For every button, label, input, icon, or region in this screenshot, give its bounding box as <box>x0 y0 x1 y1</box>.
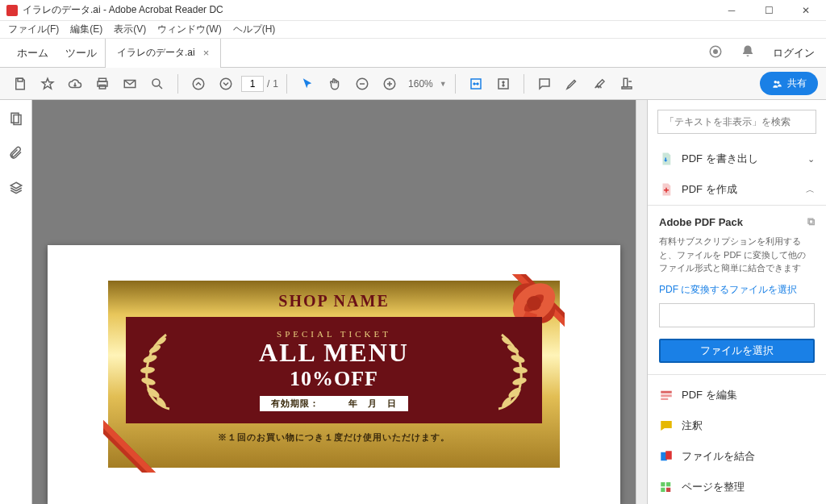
svg-rect-37 <box>661 394 672 397</box>
document-viewport[interactable]: SHOP NAME SPECIAL TICKET ALL MENU 10%OFF… <box>32 100 636 504</box>
save-icon[interactable] <box>8 72 32 96</box>
ticket-discount-label: 10%OFF <box>290 367 378 391</box>
panel-comment[interactable]: 注釈 <box>648 410 826 441</box>
chevron-down-icon: ⌄ <box>807 154 815 165</box>
page-up-icon[interactable] <box>186 72 211 96</box>
panel-export-label: PDF を書き出し <box>682 152 758 166</box>
page-separator: / <box>267 78 269 90</box>
attachment-icon[interactable] <box>9 146 23 163</box>
separator <box>286 74 287 94</box>
app-icon <box>6 5 18 16</box>
link-icon[interactable]: ⧉ <box>807 215 815 228</box>
ticket-shop-name: SHOP NAME <box>108 281 560 317</box>
sign-icon[interactable] <box>587 72 611 96</box>
panel-export-pdf[interactable]: PDF を書き出し ⌄ <box>648 144 826 174</box>
zoom-out-icon[interactable] <box>350 72 374 96</box>
edit-pdf-icon <box>659 388 674 402</box>
fit-page-icon[interactable] <box>491 72 515 96</box>
comment-icon[interactable] <box>532 72 557 96</box>
file-drop-box[interactable] <box>659 303 815 327</box>
menu-file[interactable]: ファイル(F) <box>3 21 64 38</box>
separator <box>177 74 178 94</box>
panel-edit-pdf[interactable]: PDF を編集 <box>648 380 826 410</box>
ticket-allmenu-label: ALL MENU <box>259 339 409 367</box>
mail-icon[interactable] <box>118 72 142 96</box>
separator <box>524 74 524 94</box>
status-indicator-icon[interactable] <box>708 44 723 61</box>
svg-rect-42 <box>666 482 670 486</box>
page-number-input[interactable]: / 1 <box>241 76 278 92</box>
menu-view[interactable]: 表示(V) <box>109 21 151 38</box>
menu-window[interactable]: ウィンドウ(W) <box>152 21 226 38</box>
tab-home[interactable]: ホーム <box>8 39 56 68</box>
svg-point-8 <box>193 78 204 90</box>
star-icon[interactable] <box>35 72 60 96</box>
zoom-select[interactable]: 160% ▼ <box>405 77 447 91</box>
svg-point-16 <box>774 80 778 83</box>
layers-icon[interactable] <box>9 181 23 198</box>
selection-icon[interactable] <box>295 72 319 96</box>
ticket-note: ※１回のお買い物につき１度だけ使用いただけます。 <box>108 423 560 452</box>
window-titlebar: イラレのデータ.ai - Adobe Acrobat Reader DC ─ ☐… <box>0 0 826 21</box>
svg-rect-36 <box>661 390 672 393</box>
pdf-page: SHOP NAME SPECIAL TICKET ALL MENU 10%OFF… <box>48 245 620 504</box>
svg-rect-44 <box>666 487 670 491</box>
panel-combine[interactable]: ファイルを結合 <box>648 441 826 472</box>
combine-icon <box>659 449 674 464</box>
left-rail <box>0 100 32 504</box>
tab-document[interactable]: イラレのデータ.ai × <box>105 39 221 68</box>
svg-rect-41 <box>661 482 665 486</box>
tab-close-icon[interactable]: × <box>203 47 210 59</box>
minimize-button[interactable]: ─ <box>713 0 750 21</box>
panel-edit-label: PDF を編集 <box>682 388 737 402</box>
print-icon[interactable] <box>90 72 115 96</box>
tools-search-input[interactable] <box>657 110 816 134</box>
highlight-icon[interactable] <box>560 72 584 96</box>
panel-create-label: PDF を作成 <box>682 182 737 197</box>
menu-edit[interactable]: 編集(E) <box>65 21 107 38</box>
panel-organize[interactable]: ページを整理 <box>648 472 826 502</box>
panel-comment-label: 注釈 <box>682 419 703 433</box>
bell-icon[interactable] <box>740 44 755 61</box>
maximize-button[interactable]: ☐ <box>750 0 787 21</box>
export-pdf-icon <box>659 152 674 166</box>
cloud-icon[interactable] <box>63 72 87 96</box>
share-label: 共有 <box>787 77 807 90</box>
search-icon[interactable] <box>145 72 169 96</box>
menu-help[interactable]: ヘルプ(H) <box>228 21 281 38</box>
login-link[interactable]: ログイン <box>773 46 815 60</box>
svg-point-9 <box>220 78 232 90</box>
organize-icon <box>659 480 674 494</box>
pdf-pack-section: Adobe PDF Pack ⧉ 有料サブスクリプションを利用すると、ファイルを… <box>648 205 826 375</box>
panel-create-pdf[interactable]: PDF を作成 ︿ <box>648 174 826 205</box>
tab-tool[interactable]: ツール <box>56 39 105 68</box>
zoom-in-icon[interactable] <box>378 72 402 96</box>
close-button[interactable]: ✕ <box>787 0 824 21</box>
fit-width-icon[interactable] <box>464 72 488 96</box>
panel-organize-label: ページを整理 <box>682 480 745 494</box>
svg-rect-38 <box>661 398 668 399</box>
panel-combine-label: ファイルを結合 <box>682 449 755 464</box>
chevron-down-icon: ▼ <box>440 80 447 88</box>
svg-rect-14 <box>624 78 628 87</box>
svg-point-1 <box>714 50 718 54</box>
svg-point-7 <box>152 79 160 86</box>
page-down-icon[interactable] <box>214 72 238 96</box>
chevron-up-icon: ︿ <box>806 184 815 196</box>
stamp-icon[interactable] <box>615 72 639 96</box>
page-current-field[interactable] <box>241 76 264 92</box>
window-title: イラレのデータ.ai - Adobe Acrobat Reader DC <box>23 3 713 17</box>
hand-icon[interactable] <box>323 72 347 96</box>
pdf-pack-link[interactable]: PDF に変換するファイルを選択 <box>659 283 815 297</box>
laurel-right-icon <box>489 330 534 410</box>
share-button[interactable]: 共有 <box>760 72 818 95</box>
select-file-button[interactable]: ファイルを選択 <box>659 339 815 363</box>
vertical-scrollbar[interactable] <box>636 100 647 504</box>
tab-document-label: イラレのデータ.ai <box>117 46 195 60</box>
tools-panel: PDF を書き出し ⌄ PDF を作成 ︿ Adobe PDF Pack ⧉ 有… <box>647 100 826 504</box>
svg-point-25 <box>140 366 156 374</box>
separator <box>455 74 456 94</box>
thumbnails-icon[interactable] <box>9 111 23 128</box>
svg-point-32 <box>513 366 528 374</box>
zoom-value: 160% <box>405 77 436 91</box>
